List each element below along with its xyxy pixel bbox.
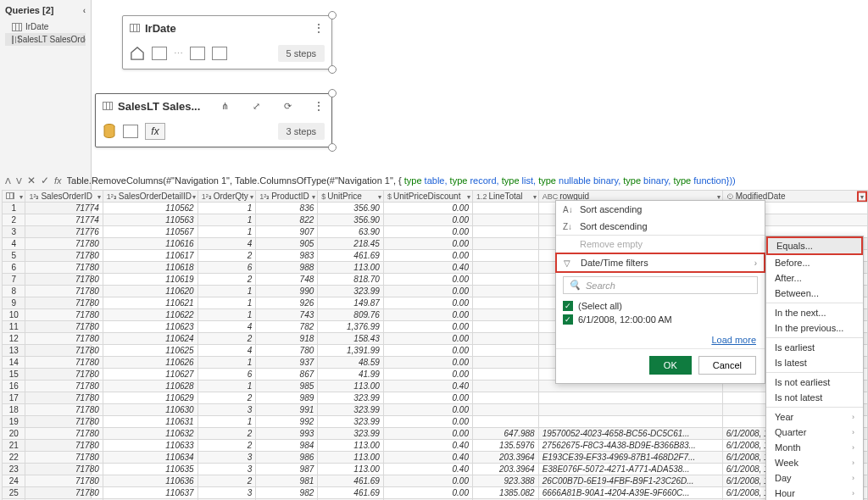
cell[interactable]: 809.76	[318, 309, 384, 321]
cell[interactable]	[472, 309, 538, 321]
cell[interactable]: E38E076F-5072-4271-A771-ADA538...	[538, 464, 722, 475]
col-linetotal[interactable]: 1.2LineTotal▾	[472, 191, 538, 203]
col-selector[interactable]: ▾	[3, 191, 25, 203]
more-icon[interactable]: ⋮	[313, 21, 325, 35]
cell[interactable]: 0.00	[383, 369, 472, 381]
cell[interactable]: 993	[256, 428, 318, 440]
cell[interactable]: E193CE39-EF33-4969-87B1-468D2F7...	[538, 452, 722, 464]
query-item-irdate[interactable]: IrDate	[5, 20, 86, 33]
cell[interactable]: 27562675-F8C3-4A38-BD9E-B366B83...	[538, 440, 722, 452]
refresh-icon[interactable]: ⟳	[281, 99, 295, 113]
cell[interactable]: 782	[256, 321, 318, 333]
query-item-saleslt[interactable]: SalesLT SalesOrder...	[5, 33, 86, 46]
submenu-item[interactable]: After...	[766, 270, 863, 286]
cell[interactable]: 41.99	[318, 369, 384, 381]
cell[interactable]: 0.00	[383, 203, 472, 214]
cancel-icon[interactable]: ✕	[27, 175, 36, 186]
cell[interactable]: 0.00	[383, 226, 472, 238]
cell[interactable]: 71780	[25, 262, 103, 274]
connector-handle[interactable]	[328, 89, 337, 97]
cell[interactable]: 6	[198, 369, 256, 381]
cell[interactable]	[472, 238, 538, 250]
collapse-up-icon[interactable]: ᐱ	[5, 176, 11, 186]
cell[interactable]: 3	[198, 487, 256, 499]
cell[interactable]: 203.3964	[472, 452, 538, 464]
cell[interactable]: 3	[198, 464, 256, 475]
cell[interactable]: 984	[256, 440, 318, 452]
cell[interactable]: 3	[198, 452, 256, 464]
cell[interactable]: 0.00	[383, 392, 472, 404]
connector-handle[interactable]	[328, 65, 337, 74]
cell[interactable]: 110625	[103, 345, 198, 357]
cell[interactable]	[538, 404, 722, 416]
cell[interactable]: 71780	[25, 357, 103, 369]
grid-icon[interactable]	[190, 47, 205, 60]
sort-ascending[interactable]: A↓Sort ascending	[556, 201, 765, 218]
cell[interactable]: 110630	[103, 404, 198, 416]
cell[interactable]: 71780	[25, 428, 103, 440]
cell[interactable]: 818.70	[318, 274, 384, 286]
cell[interactable]: 4	[198, 345, 256, 357]
cell[interactable]: 461.69	[318, 250, 384, 262]
cell[interactable]: 71780	[25, 297, 103, 309]
submenu-item[interactable]: Week›	[766, 455, 863, 470]
submenu-item[interactable]: Between...	[766, 286, 863, 301]
cell[interactable]: 1	[198, 381, 256, 392]
cell[interactable]: 991	[256, 404, 318, 416]
cell[interactable]	[472, 416, 538, 428]
cell[interactable]: 110624	[103, 333, 198, 345]
cell[interactable]: 461.69	[318, 475, 384, 487]
col-unitprice[interactable]: $UnitPrice▾	[318, 191, 384, 203]
cell[interactable]: 0.00	[383, 286, 472, 297]
submenu-item[interactable]: Hour›	[766, 486, 863, 500]
cell[interactable]	[472, 392, 538, 404]
submenu-item[interactable]: In the previous...	[766, 320, 863, 336]
cell[interactable]: 3	[198, 404, 256, 416]
cell[interactable]: 71780	[25, 404, 103, 416]
cell[interactable]: 0.00	[383, 404, 472, 416]
cell[interactable]: 1	[198, 214, 256, 226]
cell[interactable]: 71780	[25, 452, 103, 464]
cell[interactable]	[472, 226, 538, 238]
submenu-item[interactable]: Equals...	[766, 236, 863, 255]
cell[interactable]: 323.99	[318, 286, 384, 297]
table-row[interactable]: 21717801106332984113.000.40135.597627562…	[3, 440, 868, 452]
cell[interactable]	[472, 345, 538, 357]
cell[interactable]: 110637	[103, 487, 198, 499]
cell[interactable]: 356.90	[318, 214, 384, 226]
source-icon[interactable]	[103, 124, 116, 139]
cell[interactable]: 0.00	[383, 475, 472, 487]
cell[interactable]: 822	[256, 214, 318, 226]
cell[interactable]: 71780	[25, 475, 103, 487]
cell[interactable]: 867	[256, 369, 318, 381]
connector-handle[interactable]	[328, 11, 337, 19]
load-more-link[interactable]: Load more	[556, 331, 765, 348]
cell[interactable]: 110636	[103, 475, 198, 487]
cell[interactable]: 71780	[25, 250, 103, 262]
cell[interactable]: 981	[256, 475, 318, 487]
cell[interactable]: 0.00	[383, 321, 472, 333]
cell[interactable]: 1	[198, 226, 256, 238]
share-icon[interactable]: ⋔	[218, 99, 231, 113]
cell[interactable]: 110626	[103, 357, 198, 369]
cell[interactable]: 71780	[25, 416, 103, 428]
cell[interactable]: 0.00	[383, 487, 472, 499]
cell[interactable]	[538, 416, 722, 428]
formula-text[interactable]: Table.RemoveColumns(#"Navigation 1", Tab…	[67, 175, 736, 186]
cell[interactable]: 110627	[103, 369, 198, 381]
cell[interactable]: 0.00	[383, 238, 472, 250]
cell[interactable]	[472, 333, 538, 345]
col-orderqty[interactable]: 1²₃OrderQty▾	[198, 191, 256, 203]
cell[interactable]: 71780	[25, 381, 103, 392]
cell[interactable]: 983	[256, 250, 318, 262]
cell[interactable]: 1	[198, 203, 256, 214]
cell[interactable]: 2	[198, 392, 256, 404]
cell[interactable]: 110632	[103, 428, 198, 440]
cell[interactable]: 4	[198, 321, 256, 333]
col-salesorderdetailid[interactable]: 1²₃SalesOrderDetailID▾	[103, 191, 198, 203]
cell[interactable]: 748	[256, 274, 318, 286]
grid-icon[interactable]	[123, 125, 138, 138]
cell[interactable]: 323.99	[318, 404, 384, 416]
expand-icon[interactable]: ⤢	[250, 99, 264, 113]
cell[interactable]: 2	[198, 250, 256, 262]
